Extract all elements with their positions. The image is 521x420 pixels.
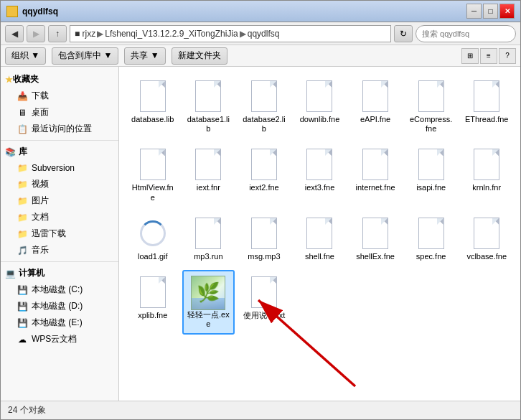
sidebar-item-drive-e[interactable]: 💾 本地磁盘 (E:) — [1, 314, 118, 331]
file-shape — [140, 80, 166, 112]
main-content: ★ 收藏夹 📥 下载 🖥 桌面 📋 最近访问的位置 — [1, 67, 520, 401]
file-name: isapi.fne — [416, 183, 446, 192]
sidebar-divider-1 — [1, 140, 118, 141]
generic-file-icon — [250, 148, 278, 181]
file-item[interactable]: downlib.fne — [294, 74, 347, 139]
file-item[interactable]: iext3.fne — [294, 142, 347, 207]
include-library-button[interactable]: 包含到库中 ▼ — [52, 47, 118, 65]
drive-d-icon: 💾 — [17, 301, 28, 312]
address-path[interactable]: ■ rjxz ▶ Lfshenqi_V13.12.2.9_XiTongZhiJi… — [70, 25, 391, 42]
sidebar-item-wps-cloud[interactable]: ☁ WPS云文档 — [1, 331, 118, 347]
file-item[interactable]: msg.mp3 — [238, 211, 291, 267]
generic-file-icon — [417, 148, 446, 181]
file-name: eCompress.fne — [409, 115, 454, 134]
generic-file-icon — [361, 217, 390, 250]
file-area: database.lib database1.lib database2.lib… — [119, 67, 520, 401]
folder-title-icon — [6, 6, 18, 17]
sidebar-item-xunlei[interactable]: 📁 迅雷下载 — [1, 225, 118, 242]
sidebar-favorites-section: ★ 收藏夹 📥 下载 🖥 桌面 📋 最近访问的位置 — [1, 71, 118, 137]
pictures-folder-icon: 📁 — [17, 195, 28, 207]
file-name: database1.lib — [187, 115, 231, 134]
back-button[interactable]: ◀ — [5, 25, 24, 42]
file-item[interactable]: load1.gif — [126, 211, 179, 267]
file-item[interactable]: shellEx.fne — [349, 211, 402, 267]
view-change-button[interactable]: ⊞ — [461, 48, 479, 64]
file-item[interactable]: database.lib — [126, 74, 179, 139]
sidebar-item-drive-c[interactable]: 💾 本地磁盘 (C:) — [1, 281, 118, 298]
file-item[interactable]: eAPI.fne — [349, 74, 402, 139]
file-shape — [251, 80, 277, 112]
sidebar-item-recent[interactable]: 📋 最近访问的位置 — [1, 121, 118, 137]
sidebar-item-drive-d[interactable]: 💾 本地磁盘 (D:) — [1, 298, 118, 314]
recent-icon: 📋 — [17, 123, 28, 135]
file-shape — [251, 276, 277, 308]
sidebar-computer-header[interactable]: 💻 计算机 — [1, 265, 118, 281]
forward-button[interactable]: ▶ — [27, 25, 45, 42]
sidebar-item-documents-label: 文档 — [32, 211, 49, 223]
file-shape — [195, 80, 221, 112]
sidebar-item-subversion-label: Subversion — [32, 163, 75, 173]
up-button[interactable]: ↑ — [48, 25, 67, 42]
file-item[interactable]: internet.fne — [349, 142, 402, 207]
file-name: iext.fnr — [197, 183, 220, 192]
file-item[interactable]: isapi.fne — [405, 142, 458, 207]
file-item[interactable]: xplib.fne — [126, 270, 179, 335]
file-item[interactable]: EThread.fne — [460, 74, 513, 139]
view-list-button[interactable]: ≡ — [480, 48, 497, 64]
file-item[interactable]: iext2.fne — [238, 142, 291, 207]
generic-file-icon — [305, 80, 334, 113]
generic-file-icon — [139, 148, 167, 181]
sidebar-library-header[interactable]: 📚 库 — [1, 144, 118, 160]
file-item[interactable]: database2.lib — [238, 74, 291, 139]
file-item[interactable]: spec.fne — [405, 211, 458, 267]
sidebar-favorites-header[interactable]: ★ 收藏夹 — [1, 71, 118, 88]
file-item[interactable]: 🌿 轻轻一点.exe — [182, 270, 235, 335]
library-icon: 📚 — [5, 147, 16, 157]
sidebar-item-downloads-label: 下载 — [32, 90, 49, 102]
file-item[interactable]: krnln.fnr — [460, 142, 513, 207]
sidebar-item-subversion[interactable]: 📁 Subversion — [1, 160, 118, 176]
sidebar-item-documents[interactable]: 📁 文档 — [1, 209, 118, 225]
help-button[interactable]: ? — [499, 48, 516, 64]
file-item[interactable]: 使用说明.txt — [238, 270, 291, 335]
sidebar-item-desktop[interactable]: 🖥 桌面 — [1, 104, 118, 121]
file-name: shell.fne — [305, 252, 334, 261]
generic-file-icon — [250, 80, 278, 113]
close-button[interactable]: ✕ — [499, 4, 515, 19]
share-button[interactable]: 共享 ▼ — [124, 47, 165, 65]
download-folder-icon: 📥 — [17, 90, 28, 102]
sidebar-divider-2 — [1, 261, 118, 262]
explorer-window: qqydlfsq ─ □ ✕ ◀ ▶ ↑ ■ rjxz ▶ Lfshenqi_V… — [0, 0, 521, 420]
refresh-button[interactable]: ↻ — [394, 25, 413, 42]
search-input[interactable] — [422, 29, 521, 38]
organize-button[interactable]: 组织 ▼ — [5, 47, 46, 65]
sidebar-item-video-label: 视频 — [32, 178, 49, 190]
sidebar-item-pictures[interactable]: 📁 图片 — [1, 192, 118, 209]
file-item[interactable]: eCompress.fne — [405, 74, 458, 139]
minimize-button[interactable]: ─ — [466, 4, 482, 19]
documents-folder-icon: 📁 — [17, 212, 28, 223]
generic-file-icon — [250, 276, 278, 309]
maximize-button[interactable]: □ — [483, 4, 498, 19]
generic-file-icon — [472, 148, 501, 181]
file-name: internet.fne — [356, 183, 395, 192]
computer-icon: 💻 — [5, 269, 16, 279]
window-controls: ─ □ ✕ — [466, 4, 515, 19]
file-shape — [306, 80, 332, 112]
file-item[interactable]: iext.fnr — [182, 142, 235, 207]
sidebar-item-desktop-label: 桌面 — [32, 106, 49, 118]
file-item[interactable]: mp3.run — [182, 211, 235, 267]
file-shape — [362, 149, 388, 180]
sidebar-item-music[interactable]: 🎵 音乐 — [1, 242, 118, 258]
generic-file-icon — [417, 217, 446, 250]
sidebar-item-downloads[interactable]: 📥 下载 — [1, 88, 118, 104]
file-item[interactable]: database1.lib — [182, 74, 235, 139]
file-item[interactable]: HtmlView.fne — [126, 142, 179, 207]
file-item[interactable]: vclbase.fne — [460, 211, 513, 267]
file-shape — [362, 80, 388, 112]
video-folder-icon: 📁 — [17, 179, 28, 190]
file-shape — [474, 218, 499, 249]
sidebar-item-video[interactable]: 📁 视频 — [1, 176, 118, 192]
file-item[interactable]: shell.fne — [294, 211, 347, 267]
new-folder-button[interactable]: 新建文件夹 — [172, 47, 227, 65]
